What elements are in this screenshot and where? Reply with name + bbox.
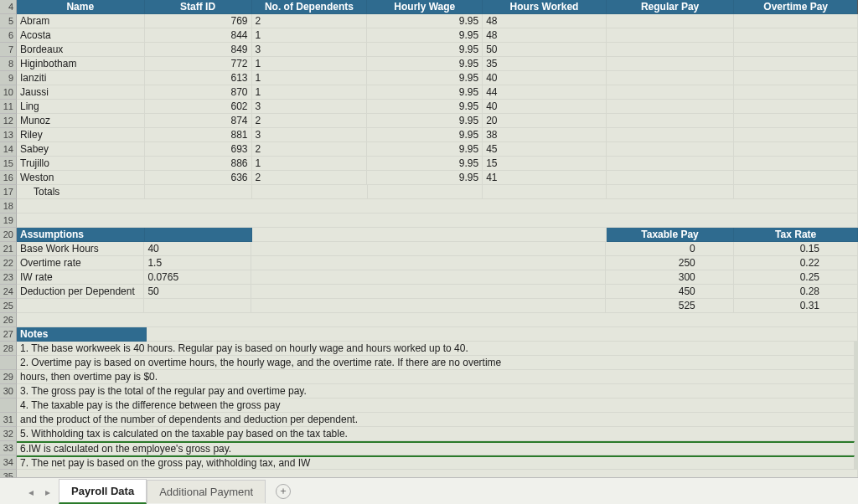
row-number[interactable]: 13 <box>0 128 17 142</box>
tax-pay[interactable]: 0 <box>606 242 734 256</box>
tax-rate[interactable]: 0.31 <box>734 299 858 313</box>
row-number[interactable]: 9 <box>0 71 17 85</box>
tab-payroll-data[interactable]: Payroll Data <box>59 479 147 504</box>
tab-prev-icon[interactable]: ◂ <box>28 486 39 496</box>
row-number[interactable]: 4 <box>0 0 17 14</box>
row-number[interactable]: 34 <box>0 455 17 470</box>
cell-wage[interactable]: 9.95 <box>367 85 483 100</box>
cell-overtime[interactable] <box>734 100 858 114</box>
cell-regular[interactable] <box>607 71 735 85</box>
note-text[interactable]: 6.IW is calculated on the employee's gro… <box>17 441 855 455</box>
cell-hours[interactable]: 48 <box>483 28 607 43</box>
cell-regular[interactable] <box>607 114 735 128</box>
cell-wage[interactable]: 9.95 <box>367 43 483 57</box>
cell-dependents[interactable]: 1 <box>252 157 368 171</box>
cell-overtime[interactable] <box>734 14 858 28</box>
cell-wage[interactable]: 9.95 <box>367 171 483 185</box>
assumption-value[interactable]: 1.5 <box>144 256 251 270</box>
cell-regular[interactable] <box>607 100 735 114</box>
row-number[interactable]: 31 <box>0 413 17 427</box>
cell-staff[interactable]: 636 <box>145 171 252 185</box>
cell-hours[interactable]: 41 <box>483 171 607 185</box>
assumption-label[interactable]: Overtime rate <box>17 256 144 270</box>
cell-name[interactable]: Trujillo <box>17 157 145 171</box>
cell-name[interactable]: Higinbotham <box>17 57 145 71</box>
cell-staff[interactable]: 769 <box>145 14 252 28</box>
cell-wage[interactable]: 9.95 <box>367 128 483 142</box>
cell-dependents[interactable]: 3 <box>252 100 368 114</box>
notes-header[interactable]: Notes <box>17 327 147 342</box>
cell-overtime[interactable] <box>734 85 858 100</box>
cell-staff[interactable]: 844 <box>145 28 252 43</box>
row-number[interactable]: 15 <box>0 157 17 171</box>
col-header-wage[interactable]: Hourly Wage <box>367 0 483 14</box>
row-number[interactable]: 18 <box>0 199 17 213</box>
cell-hours[interactable]: 38 <box>483 128 607 142</box>
tax-pay[interactable]: 250 <box>606 256 734 270</box>
row-number[interactable]: 26 <box>0 313 17 327</box>
tax-header-rate[interactable]: Tax Rate <box>734 228 858 242</box>
note-text[interactable]: hours, then overtime pay is $0. <box>17 370 855 384</box>
cell-staff[interactable]: 772 <box>145 57 252 71</box>
row-number[interactable]: 27 <box>0 327 17 342</box>
note-text[interactable]: 7. The net pay is based on the gross pay… <box>17 455 855 470</box>
cell-dependents[interactable]: 1 <box>252 28 368 43</box>
cell-overtime[interactable] <box>734 128 858 142</box>
row-number[interactable]: 12 <box>0 114 17 128</box>
cell-overtime[interactable] <box>734 114 858 128</box>
row-number[interactable] <box>0 356 17 370</box>
row-number[interactable]: 8 <box>0 57 17 71</box>
row-number[interactable]: 14 <box>0 142 17 157</box>
cell-dependents[interactable]: 2 <box>252 14 368 28</box>
cell-hours[interactable]: 48 <box>483 14 607 28</box>
row-number[interactable]: 6 <box>0 28 17 43</box>
cell-regular[interactable] <box>607 142 735 157</box>
cell-staff[interactable]: 602 <box>145 100 252 114</box>
cell-staff[interactable]: 613 <box>145 71 252 85</box>
cell-staff[interactable]: 693 <box>145 142 252 157</box>
assumption-value[interactable]: 40 <box>144 242 251 256</box>
cell-dependents[interactable]: 1 <box>252 71 368 85</box>
cell-staff[interactable]: 874 <box>145 114 252 128</box>
cell-name[interactable]: Ling <box>17 100 145 114</box>
note-text[interactable]: and the product of the number of depende… <box>17 413 855 427</box>
cell-dependents[interactable]: 2 <box>252 142 368 157</box>
row-number[interactable]: 22 <box>0 256 17 270</box>
cell-wage[interactable]: 9.95 <box>367 142 483 157</box>
cell-hours[interactable]: 44 <box>483 85 607 100</box>
cell-name[interactable]: Munoz <box>17 114 145 128</box>
cell-regular[interactable] <box>607 157 735 171</box>
row-number[interactable]: 23 <box>0 270 17 285</box>
cell-name[interactable]: Sabey <box>17 142 145 157</box>
assumption-value[interactable] <box>144 299 251 313</box>
totals-label[interactable]: Totals <box>17 185 145 199</box>
cell-overtime[interactable] <box>734 57 858 71</box>
cell-name[interactable]: Riley <box>17 128 145 142</box>
col-header-regular[interactable]: Regular Pay <box>607 0 735 14</box>
cell-wage[interactable]: 9.95 <box>367 57 483 71</box>
cell-dependents[interactable]: 2 <box>252 114 368 128</box>
cell-dependents[interactable]: 1 <box>252 85 368 100</box>
cell-overtime[interactable] <box>734 71 858 85</box>
cell-hours[interactable]: 40 <box>483 100 607 114</box>
note-text[interactable]: 3. The gross pay is the total of the reg… <box>17 384 855 399</box>
row-number[interactable] <box>0 399 17 413</box>
assumption-label[interactable]: IW rate <box>17 270 144 285</box>
tax-pay[interactable]: 525 <box>606 299 734 313</box>
cell-name[interactable]: Jaussi <box>17 85 145 100</box>
tax-rate[interactable]: 0.25 <box>734 270 858 285</box>
row-number[interactable]: 16 <box>0 171 17 185</box>
cell-staff[interactable]: 849 <box>145 43 252 57</box>
tax-pay[interactable]: 450 <box>606 285 734 299</box>
row-number[interactable]: 11 <box>0 100 17 114</box>
cell-regular[interactable] <box>607 57 735 71</box>
col-header-dependents[interactable]: No. of Dependents <box>252 0 368 14</box>
row-number[interactable]: 17 <box>0 185 17 199</box>
assumption-value[interactable]: 50 <box>144 285 251 299</box>
row-number[interactable]: 10 <box>0 85 17 100</box>
note-text[interactable]: 4. The taxable pay is the difference bet… <box>17 399 855 413</box>
cell-dependents[interactable]: 3 <box>252 43 368 57</box>
cell-wage[interactable]: 9.95 <box>367 114 483 128</box>
cell-dependents[interactable]: 1 <box>252 57 368 71</box>
spreadsheet-grid[interactable]: 4 Name Staff ID No. of Dependents Hourly… <box>0 0 858 498</box>
